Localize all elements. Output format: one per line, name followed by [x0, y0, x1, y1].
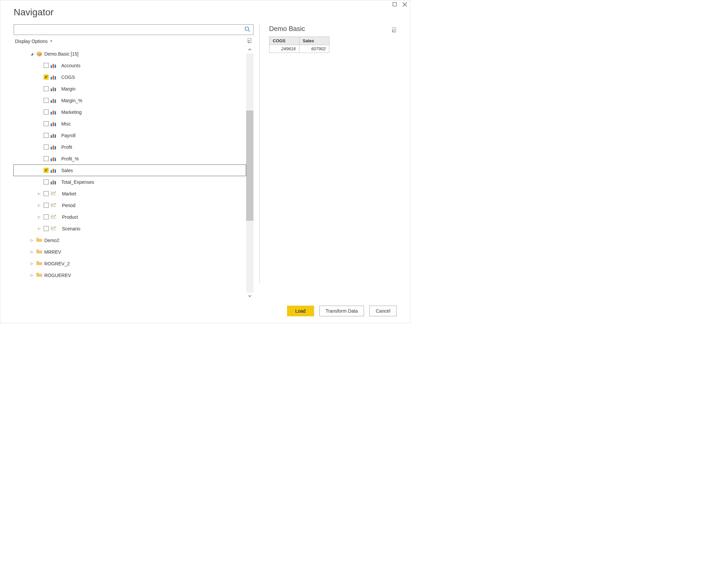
checkbox[interactable] — [44, 121, 49, 126]
search-icon[interactable] — [245, 26, 250, 33]
bar-chart-icon — [51, 145, 56, 150]
scroll-up-icon[interactable] — [246, 46, 253, 53]
search-box[interactable] — [14, 24, 253, 35]
search-input[interactable] — [17, 27, 245, 33]
expander-icon[interactable]: ▷ — [37, 227, 42, 230]
navigator-dialog: Navigator Display Options ▼ — [0, 0, 410, 323]
checkbox[interactable] — [44, 98, 49, 103]
scrollbar-track[interactable] — [246, 53, 253, 292]
tree-item-label: Marketing — [61, 110, 82, 115]
preview-column-header[interactable]: COGS — [269, 37, 299, 45]
checkbox[interactable] — [44, 156, 49, 161]
tree-item[interactable]: ▷ Period — [14, 199, 246, 211]
window-titlebar — [0, 0, 410, 7]
checkbox[interactable] — [44, 226, 49, 231]
maximize-button[interactable] — [392, 2, 397, 7]
folder-icon — [36, 272, 42, 278]
close-button[interactable] — [402, 2, 407, 7]
tree-item[interactable]: ✓ Sales — [13, 164, 246, 176]
bar-chart-icon — [51, 168, 56, 173]
bar-chart-icon — [51, 87, 56, 91]
checkbox[interactable] — [44, 214, 49, 219]
tree-item[interactable]: Profit_% — [14, 153, 246, 164]
tree-item-label: Scenario — [62, 226, 80, 231]
preview-refresh-icon[interactable] — [391, 27, 397, 34]
cancel-button[interactable]: Cancel — [369, 306, 397, 316]
bar-chart-icon — [51, 110, 56, 114]
checkbox[interactable] — [44, 191, 49, 196]
tree-item-label: Profit — [61, 145, 72, 150]
preview-column-header[interactable]: Sales — [299, 37, 329, 45]
line-chart-icon — [51, 202, 57, 208]
dialog-footer: Load Transform Data Cancel — [0, 300, 410, 323]
tree-folder[interactable]: ▷MRREV — [14, 246, 246, 258]
tree-item-label: Accounts — [61, 63, 81, 68]
tree-item[interactable]: Profit — [14, 141, 246, 153]
tree-folder-label: Demo2 — [44, 238, 59, 243]
navigator-tree[interactable]: ◢ Demo.Basic [15] Accounts✓ COGS Margin … — [14, 46, 246, 300]
expander-icon[interactable]: ▷ — [37, 203, 42, 207]
folder-icon — [36, 238, 42, 243]
checkbox[interactable] — [44, 63, 49, 68]
pane-divider — [259, 24, 260, 284]
line-chart-icon — [51, 191, 57, 197]
tree-item[interactable]: ▷ Scenario — [14, 223, 246, 235]
scroll-down-icon[interactable] — [246, 292, 253, 300]
checkbox[interactable]: ✓ — [44, 168, 49, 173]
tree-item[interactable]: ✓ COGS — [14, 71, 246, 83]
tree-item[interactable]: Misc — [14, 118, 246, 129]
expander-icon[interactable]: ▷ — [30, 262, 34, 265]
bar-chart-icon — [51, 75, 56, 80]
scrollbar-thumb[interactable] — [246, 110, 253, 220]
expander-icon[interactable]: ▷ — [37, 215, 42, 219]
svg-rect-0 — [393, 3, 397, 6]
tree-item[interactable]: ▷ Market — [14, 188, 246, 199]
tree-item-label: Misc — [61, 121, 71, 126]
expander-icon[interactable]: ▷ — [30, 250, 34, 254]
tree-item-label: Payroll — [61, 133, 75, 138]
checkbox[interactable] — [44, 179, 49, 185]
tree-folder-label: ROGUEREV — [44, 273, 71, 278]
tree-item[interactable]: Total_Expenses — [14, 176, 246, 188]
bar-chart-icon — [51, 63, 56, 68]
tree-item[interactable]: Accounts — [14, 60, 246, 71]
display-options-dropdown[interactable]: Display Options ▼ — [15, 39, 53, 44]
tree-item-label: Product — [62, 214, 78, 220]
tree-item[interactable]: ▷ Product — [14, 211, 246, 223]
checkbox[interactable] — [44, 203, 49, 208]
expander-icon[interactable]: ▷ — [30, 239, 34, 242]
tree-folder[interactable]: ▷ROGREV_2 — [14, 258, 246, 269]
tree-item[interactable]: Marketing — [14, 106, 246, 118]
preview-cell: 607902 — [299, 45, 329, 53]
tree-folder[interactable]: ▷ROGUEREV — [14, 269, 246, 281]
preview-title: Demo Basic — [269, 25, 305, 33]
dialog-title: Navigator — [14, 7, 397, 18]
checkbox[interactable] — [44, 86, 49, 91]
tree-item[interactable]: Margin — [14, 83, 246, 95]
tree-folder-label: ROGREV_2 — [44, 261, 69, 266]
checkbox[interactable] — [44, 133, 49, 138]
bar-chart-icon — [51, 98, 56, 103]
refresh-icon[interactable] — [247, 38, 252, 45]
preview-row: 249616607902 — [269, 45, 329, 53]
checkbox[interactable]: ✓ — [44, 74, 49, 80]
tree-item-label: Profit_% — [61, 156, 79, 161]
tree-folder[interactable]: ▷Demo2 — [14, 235, 246, 246]
expander-icon[interactable]: ▷ — [37, 192, 42, 196]
transform-data-button[interactable]: Transform Data — [319, 306, 364, 316]
expander-icon[interactable]: ▷ — [30, 273, 34, 277]
checkbox[interactable] — [44, 110, 49, 114]
tree-item[interactable]: Payroll — [14, 129, 246, 141]
load-button[interactable]: Load — [287, 306, 314, 316]
tree-root-demo-basic[interactable]: ◢ Demo.Basic [15] — [14, 48, 246, 60]
svg-point-3 — [245, 27, 249, 30]
tree-item[interactable]: Margin_% — [14, 95, 246, 106]
expander-icon[interactable]: ◢ — [30, 52, 34, 56]
tree-item-label: Period — [62, 203, 75, 208]
bar-chart-icon — [51, 121, 56, 126]
checkbox[interactable] — [44, 145, 49, 150]
folder-icon — [36, 261, 42, 266]
scrollbar[interactable] — [246, 46, 253, 300]
bar-chart-icon — [51, 180, 56, 185]
cube-icon — [36, 51, 42, 57]
